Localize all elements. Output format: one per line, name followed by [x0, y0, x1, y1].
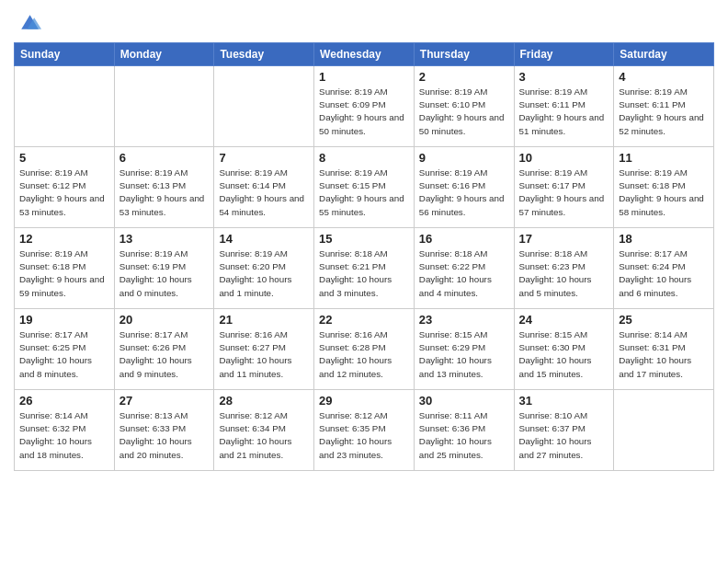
calendar-cell: 29Sunrise: 8:12 AM Sunset: 6:35 PM Dayli…	[314, 390, 415, 471]
day-info: Sunrise: 8:19 AM Sunset: 6:13 PM Dayligh…	[119, 167, 210, 219]
day-number: 21	[219, 313, 309, 327]
day-number: 12	[19, 232, 109, 246]
calendar-cell: 13Sunrise: 8:19 AM Sunset: 6:19 PM Dayli…	[114, 228, 214, 309]
day-info: Sunrise: 8:15 AM Sunset: 6:30 PM Dayligh…	[519, 328, 609, 381]
day-info: Sunrise: 8:19 AM Sunset: 6:20 PM Dayligh…	[219, 247, 309, 300]
calendar-cell	[114, 66, 214, 147]
day-number: 26	[19, 394, 109, 408]
week-row-5: 26Sunrise: 8:14 AM Sunset: 6:32 PM Dayli…	[15, 390, 714, 471]
day-info: Sunrise: 8:10 AM Sunset: 6:37 PM Dayligh…	[519, 409, 609, 462]
day-number: 15	[319, 232, 409, 246]
day-number: 9	[419, 151, 509, 165]
calendar-cell: 17Sunrise: 8:18 AM Sunset: 6:23 PM Dayli…	[514, 228, 614, 309]
week-row-2: 5Sunrise: 8:19 AM Sunset: 6:12 PM Daylig…	[15, 147, 714, 228]
day-number: 18	[619, 232, 709, 246]
day-number: 30	[419, 394, 509, 408]
day-number: 27	[119, 394, 210, 408]
calendar-cell: 31Sunrise: 8:10 AM Sunset: 6:37 PM Dayli…	[514, 390, 614, 471]
day-info: Sunrise: 8:19 AM Sunset: 6:17 PM Dayligh…	[519, 167, 609, 219]
week-row-1: 1Sunrise: 8:19 AM Sunset: 6:09 PM Daylig…	[15, 66, 714, 147]
day-info: Sunrise: 8:17 AM Sunset: 6:24 PM Dayligh…	[619, 247, 709, 300]
week-row-3: 12Sunrise: 8:19 AM Sunset: 6:18 PM Dayli…	[15, 228, 714, 309]
logo-icon	[16, 9, 41, 35]
day-info: Sunrise: 8:12 AM Sunset: 6:35 PM Dayligh…	[319, 409, 409, 462]
calendar-cell: 25Sunrise: 8:14 AM Sunset: 6:31 PM Dayli…	[614, 309, 714, 390]
calendar-table: SundayMondayTuesdayWednesdayThursdayFrid…	[14, 42, 714, 471]
calendar-cell: 27Sunrise: 8:13 AM Sunset: 6:33 PM Dayli…	[114, 390, 214, 471]
day-info: Sunrise: 8:18 AM Sunset: 6:23 PM Dayligh…	[519, 247, 609, 300]
day-header-thursday: Thursday	[414, 43, 514, 66]
day-info: Sunrise: 8:15 AM Sunset: 6:29 PM Dayligh…	[419, 328, 509, 381]
day-number: 23	[419, 313, 509, 327]
calendar-cell: 16Sunrise: 8:18 AM Sunset: 6:22 PM Dayli…	[414, 228, 514, 309]
day-info: Sunrise: 8:18 AM Sunset: 6:22 PM Dayligh…	[419, 247, 509, 300]
day-header-saturday: Saturday	[614, 43, 714, 66]
day-info: Sunrise: 8:19 AM Sunset: 6:12 PM Dayligh…	[19, 167, 109, 219]
day-number: 28	[219, 394, 309, 408]
calendar-cell: 11Sunrise: 8:19 AM Sunset: 6:18 PM Dayli…	[614, 147, 714, 228]
day-number: 10	[519, 151, 609, 165]
calendar-cell: 24Sunrise: 8:15 AM Sunset: 6:30 PM Dayli…	[514, 309, 614, 390]
day-info: Sunrise: 8:18 AM Sunset: 6:21 PM Dayligh…	[319, 247, 409, 300]
calendar-cell: 22Sunrise: 8:16 AM Sunset: 6:28 PM Dayli…	[314, 309, 415, 390]
day-number: 1	[319, 70, 409, 84]
logo	[14, 9, 41, 35]
day-number: 2	[419, 70, 509, 84]
day-number: 13	[119, 232, 210, 246]
calendar-cell: 28Sunrise: 8:12 AM Sunset: 6:34 PM Dayli…	[214, 390, 314, 471]
day-number: 14	[219, 232, 309, 246]
calendar-cell: 6Sunrise: 8:19 AM Sunset: 6:13 PM Daylig…	[114, 147, 214, 228]
day-info: Sunrise: 8:19 AM Sunset: 6:19 PM Dayligh…	[119, 247, 210, 300]
day-info: Sunrise: 8:19 AM Sunset: 6:18 PM Dayligh…	[619, 167, 709, 219]
week-row-4: 19Sunrise: 8:17 AM Sunset: 6:25 PM Dayli…	[15, 309, 714, 390]
day-number: 16	[419, 232, 509, 246]
calendar-cell: 8Sunrise: 8:19 AM Sunset: 6:15 PM Daylig…	[314, 147, 415, 228]
day-header-sunday: Sunday	[15, 43, 115, 66]
calendar-cell: 5Sunrise: 8:19 AM Sunset: 6:12 PM Daylig…	[15, 147, 115, 228]
day-number: 7	[219, 151, 309, 165]
day-info: Sunrise: 8:16 AM Sunset: 6:27 PM Dayligh…	[219, 328, 309, 381]
calendar-cell: 15Sunrise: 8:18 AM Sunset: 6:21 PM Dayli…	[314, 228, 415, 309]
calendar-cell: 26Sunrise: 8:14 AM Sunset: 6:32 PM Dayli…	[15, 390, 115, 471]
calendar-cell: 4Sunrise: 8:19 AM Sunset: 6:11 PM Daylig…	[614, 66, 714, 147]
day-number: 6	[119, 151, 210, 165]
day-number: 4	[619, 70, 709, 84]
calendar-cell: 12Sunrise: 8:19 AM Sunset: 6:18 PM Dayli…	[15, 228, 115, 309]
day-number: 29	[319, 394, 409, 408]
calendar-cell: 7Sunrise: 8:19 AM Sunset: 6:14 PM Daylig…	[214, 147, 314, 228]
calendar-cell: 20Sunrise: 8:17 AM Sunset: 6:26 PM Dayli…	[114, 309, 214, 390]
calendar-cell: 23Sunrise: 8:15 AM Sunset: 6:29 PM Dayli…	[414, 309, 514, 390]
day-number: 20	[119, 313, 210, 327]
day-info: Sunrise: 8:19 AM Sunset: 6:11 PM Dayligh…	[519, 86, 609, 138]
day-info: Sunrise: 8:12 AM Sunset: 6:34 PM Dayligh…	[219, 409, 309, 462]
page: SundayMondayTuesdayWednesdayThursdayFrid…	[0, 0, 728, 563]
day-info: Sunrise: 8:19 AM Sunset: 6:15 PM Dayligh…	[319, 167, 409, 219]
calendar-cell: 9Sunrise: 8:19 AM Sunset: 6:16 PM Daylig…	[414, 147, 514, 228]
day-info: Sunrise: 8:11 AM Sunset: 6:36 PM Dayligh…	[419, 409, 509, 462]
day-info: Sunrise: 8:13 AM Sunset: 6:33 PM Dayligh…	[119, 409, 210, 462]
day-header-monday: Monday	[114, 43, 214, 66]
day-number: 19	[19, 313, 109, 327]
day-number: 31	[519, 394, 609, 408]
day-number: 24	[519, 313, 609, 327]
day-info: Sunrise: 8:19 AM Sunset: 6:14 PM Dayligh…	[219, 167, 309, 219]
day-number: 5	[19, 151, 109, 165]
day-info: Sunrise: 8:19 AM Sunset: 6:18 PM Dayligh…	[19, 247, 109, 300]
calendar-cell	[214, 66, 314, 147]
day-number: 25	[619, 313, 709, 327]
day-info: Sunrise: 8:17 AM Sunset: 6:25 PM Dayligh…	[19, 328, 109, 381]
day-header-friday: Friday	[514, 43, 614, 66]
calendar-cell: 30Sunrise: 8:11 AM Sunset: 6:36 PM Dayli…	[414, 390, 514, 471]
day-info: Sunrise: 8:14 AM Sunset: 6:32 PM Dayligh…	[19, 409, 109, 462]
calendar-cell	[15, 66, 115, 147]
day-info: Sunrise: 8:19 AM Sunset: 6:16 PM Dayligh…	[419, 167, 509, 219]
day-number: 3	[519, 70, 609, 84]
calendar-cell	[614, 390, 714, 471]
day-number: 22	[319, 313, 409, 327]
header	[14, 9, 714, 35]
calendar-cell: 18Sunrise: 8:17 AM Sunset: 6:24 PM Dayli…	[614, 228, 714, 309]
calendar-cell: 3Sunrise: 8:19 AM Sunset: 6:11 PM Daylig…	[514, 66, 614, 147]
day-info: Sunrise: 8:16 AM Sunset: 6:28 PM Dayligh…	[319, 328, 409, 381]
calendar-header-row: SundayMondayTuesdayWednesdayThursdayFrid…	[15, 43, 714, 66]
day-info: Sunrise: 8:19 AM Sunset: 6:10 PM Dayligh…	[419, 86, 509, 138]
